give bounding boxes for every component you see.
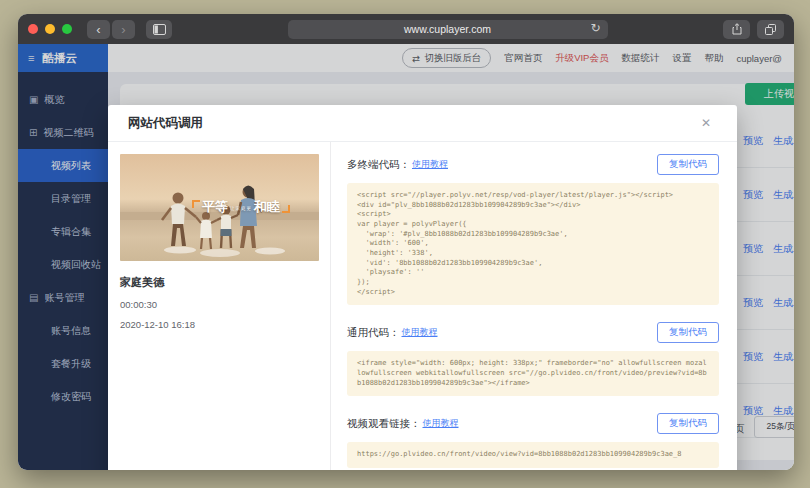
tabs-button[interactable]	[757, 20, 784, 39]
zoom-window-button[interactable]	[62, 24, 72, 34]
tutorial-link[interactable]: 使用教程	[412, 158, 448, 171]
video-thumbnail: 平等 让家庭更 和睦	[120, 154, 319, 261]
browser-toolbar: ‹ › www.cuplayer.com ↻	[18, 14, 794, 44]
dialog-title: 网站代码调用	[128, 115, 203, 132]
tutorial-link[interactable]: 使用教程	[402, 326, 438, 339]
caption-word-right: 和睦	[254, 200, 280, 213]
section-label: 通用代码：	[347, 326, 400, 340]
section-label: 视频观看链接：	[347, 417, 421, 431]
close-window-button[interactable]	[28, 24, 38, 34]
section-multi-terminal-code: 多终端代码： 使用教程 复制代码 <script src="//player.p…	[347, 154, 719, 305]
video-duration: 00:00:30	[120, 299, 319, 310]
tabs-icon	[765, 24, 776, 35]
address-bar[interactable]: www.cuplayer.com ↻	[288, 20, 608, 39]
video-summary: 平等 让家庭更 和睦 家庭美德 00:00:30 2020-12-10 16:1…	[108, 142, 330, 470]
back-button[interactable]: ‹	[87, 20, 110, 39]
sidebar-icon	[153, 24, 166, 35]
code-block-multi-terminal[interactable]: <script src="//player.polyv.net/resp/vod…	[347, 183, 719, 305]
video-date: 2020-12-10 16:18	[120, 319, 319, 330]
browser-window: ‹ › www.cuplayer.com ↻	[18, 14, 794, 470]
toolbar-right	[723, 20, 784, 39]
close-icon[interactable]: ✕	[695, 116, 717, 130]
caption-word-left: 平等	[202, 200, 228, 213]
code-block-iframe[interactable]: <iframe style="width: 600px; height: 338…	[347, 351, 719, 396]
thumbnail-caption: 平等 让家庭更 和睦	[192, 200, 290, 213]
window-controls	[28, 24, 72, 34]
section-label: 多终端代码：	[347, 158, 410, 172]
copy-code-button[interactable]: 复制代码	[657, 322, 719, 343]
code-sections: 多终端代码： 使用教程 复制代码 <script src="//player.p…	[330, 142, 737, 470]
caption-bracket-left	[192, 200, 200, 208]
dialog-header: 网站代码调用 ✕	[108, 105, 737, 142]
page-content: ≡ 酷播云 ▣ 概览 ⊞ 视频二维码 视频列表 目录管理	[18, 44, 794, 470]
sidebar-toggle-button[interactable]	[146, 20, 172, 39]
share-icon	[732, 23, 742, 35]
copy-code-button[interactable]: 复制代码	[657, 154, 719, 175]
copy-code-button[interactable]: 复制代码	[657, 413, 719, 434]
dialog-body: 平等 让家庭更 和睦 家庭美德 00:00:30 2020-12-10 16:1…	[108, 142, 737, 470]
code-embed-dialog: 网站代码调用 ✕	[108, 105, 737, 470]
caption-word-middle: 让家庭更	[230, 206, 252, 211]
url-text: www.cuplayer.com	[404, 23, 491, 35]
section-generic-code: 通用代码： 使用教程 复制代码 <iframe style="width: 60…	[347, 322, 719, 396]
reload-icon[interactable]: ↻	[590, 21, 600, 35]
share-button[interactable]	[723, 20, 750, 39]
minimize-window-button[interactable]	[45, 24, 55, 34]
video-title: 家庭美德	[120, 275, 319, 290]
tutorial-link[interactable]: 使用教程	[423, 417, 459, 430]
forward-button[interactable]: ›	[112, 20, 135, 39]
section-watch-link: 视频观看链接： 使用教程 复制代码 https://go.plvideo.cn/…	[347, 413, 719, 468]
caption-bracket-right	[282, 205, 290, 213]
history-nav: ‹ ›	[87, 20, 135, 39]
code-block-watch-url[interactable]: https://go.plvideo.cn/front/video/view?v…	[347, 442, 719, 468]
